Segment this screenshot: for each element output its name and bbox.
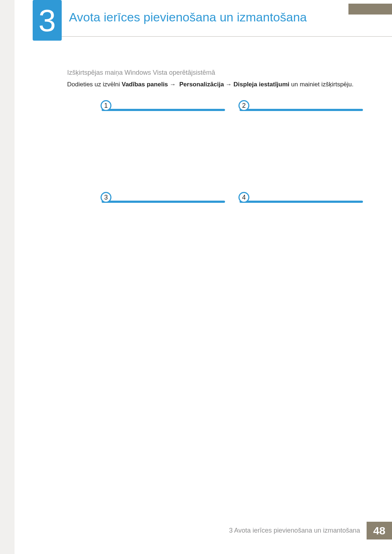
chapter-badge: 3 — [33, 0, 62, 41]
instr-prefix: Dodieties uz izvēlni — [67, 81, 122, 88]
header-accent — [348, 4, 392, 15]
instr-suffix: un mainiet izšķirtspēju. — [291, 81, 354, 88]
panel-number: 4 — [238, 192, 249, 203]
panel-grid: 1 Windows Live Messenger Download Norton… — [102, 104, 363, 301]
start-menu-screenshot: Windows Live Messenger Download Norton A… — [102, 109, 225, 111]
taskbar: 📁 Control Panel — [103, 109, 224, 110]
header-underline — [62, 36, 392, 37]
panel-1: 1 Windows Live Messenger Download Norton… — [102, 109, 225, 183]
arrow-icon: → — [170, 81, 176, 88]
page-number: 48 — [367, 522, 392, 539]
path-control-panel: Vadības panelis — [122, 81, 168, 88]
section-heading: Izšķirtspējas maiņa Windows Vista operēt… — [67, 69, 363, 77]
panel-2: 2 ▸ Control Panel ▸ ▾↻ Search 🔍 — [240, 109, 363, 183]
control-panel-screenshot: ▸ Control Panel ▸ ▾↻ Search 🔍 Control Pa… — [240, 109, 363, 111]
arrow-icon: → — [226, 81, 232, 88]
footer-text: 3 Avota ierīces pievienošana un izmantoš… — [222, 522, 367, 539]
content: Izšķirtspējas maiņa Windows Vista operēt… — [67, 69, 363, 88]
panel-4: 4 🖥️ Display Settings Monitor 1 2 ••••••… — [240, 201, 363, 306]
panel-number: 2 — [238, 100, 249, 111]
footer: 3 Avota ierīces pievienošana un izmantoš… — [222, 522, 392, 539]
display-settings-screenshot: 🖥️ Display Settings Monitor 1 2 ••••••••… — [240, 201, 363, 203]
path-personalization: Personalizācija — [179, 81, 224, 88]
panel-number: 3 — [101, 192, 111, 203]
panel-3: 3 📁 ▸ Personalization ▾↻ Search 🔍 — [102, 201, 225, 306]
instruction-line: Dodieties uz izvēlni Vadības panelis → P… — [67, 81, 363, 88]
chapter-title: Avota ierīces pievienošana un izmantošan… — [69, 10, 307, 24]
path-display-settings: Displeja iestatījumi — [233, 81, 289, 88]
personalization-screenshot: 📁 ▸ Personalization ▾↻ Search 🔍 Tasks Ch… — [102, 201, 225, 203]
page-side-stripe — [0, 0, 15, 554]
panel-number: 1 — [101, 100, 111, 111]
